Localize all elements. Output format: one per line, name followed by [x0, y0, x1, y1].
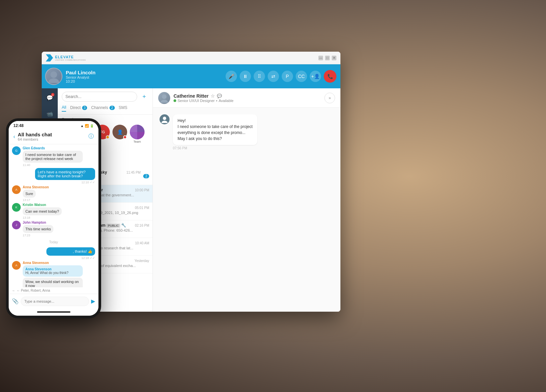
phone-home-bar	[9, 308, 98, 316]
svg-point-4	[163, 117, 166, 120]
search-input[interactable]	[62, 92, 137, 102]
svg-point-2	[162, 94, 167, 99]
more-icon[interactable]: 💬	[217, 94, 222, 98]
call-controls: 🎤 ⏸ ⠿ ⇄ P CC +👤 📞	[226, 70, 340, 83]
tab-direct[interactable]: Direct 3	[70, 105, 87, 112]
msg-avatar-other	[160, 114, 170, 124]
contact-name: Catherine Ritter ☆ 💬	[174, 93, 321, 99]
phone-date-divider: Today	[12, 238, 95, 246]
titlebar: ELEVATE UNIFIED COMMUNICATIONS — □ ✕	[42, 52, 340, 64]
svg-point-3	[161, 100, 168, 103]
tab-all[interactable]: All	[62, 105, 66, 112]
chat-badge: 1	[51, 93, 54, 96]
phone-header: ‹ All hands chat 64 members ⓘ	[9, 130, 98, 144]
caller-name: Paul Lincoln	[66, 70, 222, 75]
call-bar: Paul Lincoln Senior Analyst 10:20 🎤 ⏸ ⠿ …	[42, 64, 340, 88]
collapse-panel-button[interactable]: »	[324, 93, 335, 103]
badge-aronovsky: 2	[143, 174, 149, 178]
logo-icon	[46, 54, 53, 62]
home-indicator	[37, 311, 70, 313]
msg-bubble: Hey! I need someone to take care of the …	[173, 114, 257, 145]
mobile-phone: 12:48 ▲ 📶 🔋 ‹ All hands chat 64 members …	[6, 118, 101, 318]
search-bar: +	[58, 88, 153, 105]
window-controls: — □ ✕	[318, 56, 336, 60]
info-button[interactable]: ⓘ	[88, 133, 94, 140]
caller-info: Paul Lincoln Senior Analyst 10:20	[66, 70, 222, 83]
maximize-button[interactable]: □	[325, 56, 330, 60]
tab-channels[interactable]: Channels 2	[91, 105, 114, 112]
chat-tabs: All Direct 3 Channels 2 SMS	[58, 105, 153, 115]
phone-msg-row-john: J John Hampton This time works 17:23	[12, 221, 95, 237]
svg-point-0	[50, 71, 57, 78]
signal-icon: ▲	[80, 124, 84, 128]
phone-msg-row-glen: G Glen Edwards I need someone to take ca…	[12, 146, 95, 167]
phone-avatar-anna: A	[12, 185, 21, 194]
send-button[interactable]: ▶	[91, 298, 95, 304]
sidebar-item-chat[interactable]: 💬 1	[44, 92, 55, 103]
logo-title: ELEVATE	[55, 55, 86, 59]
battery-icon: 🔋	[90, 124, 94, 128]
phone-msg-row-own-2: @Eliza Johns, thanks! 👍 12:18 ✓✓	[25, 247, 95, 260]
phone-avatar-kristin: K	[12, 203, 21, 212]
phone-msg-row-kristin: K Kristin Watson Can we meet today? 13:1…	[12, 203, 95, 219]
wifi-icon: 📶	[85, 124, 89, 128]
contact-status: Senior UX/UI Designer • Available	[174, 99, 321, 103]
chat-detail-panel: Catherine Ritter ☆ 💬 Senior UX/UI Design…	[153, 88, 340, 312]
mic-button[interactable]: 🎤	[226, 71, 237, 82]
contact-info: Catherine Ritter ☆ 💬 Senior UX/UI Design…	[174, 93, 321, 103]
logo-subtitle: UNIFIED COMMUNICATIONS	[55, 59, 86, 61]
phone-avatar-anna-2: A	[12, 261, 21, 270]
tab-sms[interactable]: SMS	[119, 105, 127, 112]
app-logo: ELEVATE UNIFIED COMMUNICATIONS	[46, 54, 86, 62]
add-chat-button[interactable]: +	[140, 92, 149, 101]
star-icon[interactable]: ☆	[211, 93, 215, 99]
phone-msg-row-own-1: Let's have a meeting tonight? Right afte…	[25, 168, 95, 184]
msg-time: 07:56 PM	[173, 146, 257, 150]
cc-button[interactable]: CC	[296, 71, 307, 82]
back-button[interactable]: ‹	[13, 134, 15, 140]
end-call-button[interactable]: 📞	[324, 70, 336, 83]
caller-role: Senior Analyst	[66, 75, 222, 79]
phone-status-bar: 12:48 ▲ 📶 🔋	[9, 121, 98, 130]
phone-messages: G Glen Edwards I need someone to take ca…	[9, 144, 98, 287]
typing-indicator: ← ← Peter, Robert, Anna	[9, 287, 98, 294]
minimize-button[interactable]: —	[318, 56, 323, 60]
phone-message-input[interactable]	[21, 297, 89, 306]
park-button[interactable]: P	[282, 71, 293, 82]
phone-msg-row-anna-1: A Anna Stevenson Sure 13:17	[12, 185, 95, 202]
phone-input-bar: 📎 ▶	[9, 294, 98, 308]
messages-area: Hey! I need someone to take care of the …	[153, 108, 340, 312]
sidebar-item-video[interactable]: 📹	[44, 108, 55, 119]
phone-avatar-glen: G	[12, 146, 21, 155]
status-dot	[174, 99, 176, 102]
chat-detail-header: Catherine Ritter ☆ 💬 Senior UX/UI Design…	[153, 88, 340, 108]
phone-status-icons: ▲ 📶 🔋	[80, 124, 94, 128]
phone-chat-title: All hands chat	[18, 132, 86, 137]
phone-screen: 12:48 ▲ 📶 🔋 ‹ All hands chat 64 members …	[9, 121, 98, 316]
phone-avatar-john: J	[12, 221, 21, 229]
call-duration: 10:20	[66, 79, 222, 83]
close-button[interactable]: ✕	[332, 56, 336, 60]
pause-button[interactable]: ⏸	[240, 71, 251, 82]
add-call-button[interactable]: +👤	[310, 71, 321, 82]
svg-point-5	[162, 121, 168, 123]
phone-msg-row-anna-2: A Anna Stevenson Anna Stevenson Hi, Anna…	[12, 261, 95, 287]
contact-avatar	[158, 92, 170, 104]
fav-group-team[interactable]: Team	[130, 125, 145, 143]
keypad-button[interactable]: ⠿	[254, 71, 265, 82]
attach-button[interactable]: 📎	[12, 298, 19, 304]
message-row: Hey! I need someone to take care of the …	[160, 114, 316, 150]
phone-members: 64 members	[18, 137, 86, 141]
caller-avatar	[45, 68, 62, 85]
fav-user-4[interactable]: 👤	[112, 125, 127, 139]
svg-point-1	[48, 78, 59, 83]
transfer-button[interactable]: ⇄	[268, 71, 279, 82]
phone-time: 12:48	[13, 123, 24, 128]
